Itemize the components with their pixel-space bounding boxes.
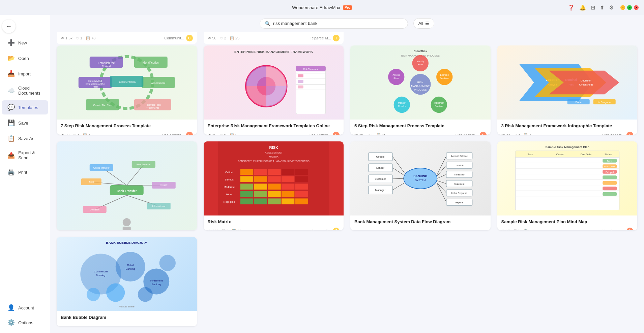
svg-rect-100 bbox=[268, 169, 281, 175]
sidebar-item-export[interactable]: 📤 Export & Send bbox=[2, 147, 48, 164]
svg-text:Done: Done bbox=[575, 101, 581, 104]
card-mindmap[interactable]: Bank Transfer Online Transfer Wire Trans… bbox=[57, 141, 197, 231]
svg-text:Banking: Banking bbox=[96, 274, 106, 277]
cards-grid: Establish the Context Identification Ass… bbox=[50, 45, 644, 333]
card-info-enterprise: Enterprise Risk Management Framework Tem… bbox=[204, 120, 344, 135]
svg-text:In Progress: In Progress bbox=[604, 165, 615, 168]
svg-text:Create The Plan: Create The Plan bbox=[93, 104, 112, 107]
svg-point-183 bbox=[116, 252, 145, 281]
sidebar-item-import[interactable]: 📥 Import bbox=[2, 67, 48, 81]
svg-rect-120 bbox=[268, 198, 281, 204]
svg-text:MANAGEMENT: MANAGEMENT bbox=[411, 85, 430, 88]
search-bar: 🔍 bbox=[260, 19, 408, 29]
sidebar-item-open[interactable]: 📂 Open bbox=[2, 51, 48, 65]
svg-text:Solutions: Solutions bbox=[440, 77, 449, 79]
svg-rect-118 bbox=[240, 198, 253, 204]
window-controls: ❓ 🔔 ⊞ ⬆ ⚙ － ⤢ ✕ bbox=[568, 4, 639, 11]
svg-text:Solution: Solution bbox=[435, 105, 443, 107]
svg-rect-102 bbox=[295, 169, 308, 175]
svg-text:Review And: Review And bbox=[88, 79, 102, 82]
filter-button[interactable]: All ☰ bbox=[413, 18, 434, 29]
svg-text:Retail: Retail bbox=[127, 264, 134, 267]
svg-text:Investment: Investment bbox=[150, 279, 163, 282]
svg-text:Risks: Risks bbox=[393, 77, 399, 79]
sidebar-item-new[interactable]: ➕ New bbox=[2, 36, 48, 50]
sidebar-label-account: Account bbox=[18, 305, 34, 310]
card-thumbnail-5step: ClearRisk RISK MANAGEMENT PROCESS RISK M… bbox=[350, 45, 491, 120]
sidebar-item-saveas[interactable]: 📋 Save As bbox=[2, 131, 48, 145]
sidebar-item-save[interactable]: 💾 Save bbox=[2, 116, 48, 130]
svg-point-188 bbox=[159, 255, 176, 271]
svg-text:ASSESSMENT: ASSESSMENT bbox=[265, 151, 283, 154]
notification-icon[interactable]: 🔔 bbox=[579, 4, 586, 11]
share-icon[interactable]: ⬆ bbox=[600, 4, 604, 11]
sidebar-item-print[interactable]: 🖨️ Print bbox=[2, 165, 48, 179]
stat-likes-matrix: ♡ 3 bbox=[222, 229, 228, 230]
sidebar-label-save: Save bbox=[18, 121, 28, 126]
svg-rect-106 bbox=[281, 176, 294, 182]
author-name-7step: Lisa Anders... bbox=[162, 133, 184, 134]
new-icon: ➕ bbox=[7, 39, 15, 46]
grid-icon[interactable]: ⊞ bbox=[591, 4, 595, 11]
close-button[interactable]: ✕ bbox=[634, 5, 639, 10]
card-info-3risk: 3 Risk Management Framework Infographic … bbox=[497, 120, 638, 135]
svg-line-152 bbox=[437, 174, 446, 178]
stat-copies-matrix: 📋 83 bbox=[232, 229, 241, 230]
sidebar: ← ➕ New 📂 Open 📥 Import ☁️ Cloud Documen… bbox=[0, 15, 50, 333]
sidebar-item-account[interactable]: 👤 Account bbox=[2, 301, 48, 315]
svg-text:SYSTEM: SYSTEM bbox=[415, 178, 426, 181]
card-7step[interactable]: Establish the Context Identification Ass… bbox=[57, 45, 197, 135]
card-enterprise[interactable]: ENTERPRISE RISK MANAGEMENT FRAMEWORK Ris… bbox=[204, 45, 344, 135]
search-input[interactable] bbox=[273, 21, 403, 26]
svg-text:Delayed: Delayed bbox=[606, 171, 614, 173]
stat-copies-partial: 📋 73 bbox=[86, 36, 95, 40]
help-icon[interactable]: ❓ bbox=[568, 4, 575, 11]
sidebar-item-cloud[interactable]: ☁️ Cloud Documents bbox=[2, 82, 48, 99]
stat-likes-partial: ♡ 1 bbox=[76, 36, 82, 40]
sidebar-label-options: Options bbox=[18, 320, 33, 325]
cloud-icon: ☁️ bbox=[7, 87, 15, 94]
stat-likes-5step: ♡ 1 bbox=[367, 133, 373, 135]
settings-icon[interactable]: ⚙ bbox=[609, 4, 614, 11]
svg-rect-122 bbox=[295, 198, 308, 204]
svg-text:SWIFT: SWIFT bbox=[160, 184, 168, 187]
card-bank-system[interactable]: BANKING SYSTEM Google Lander Customer Ma… bbox=[350, 141, 491, 231]
card-bubble[interactable]: BANK BUBBLE DIAGRAM Commercial Banking R… bbox=[57, 237, 197, 326]
svg-text:Implementation: Implementation bbox=[118, 80, 136, 84]
search-container: 🔍 All ☰ bbox=[50, 15, 644, 32]
author-name-sample: Lisa Anders... bbox=[602, 229, 625, 230]
card-3risk[interactable]: Location Analysis Nominal Risk Deviation… bbox=[497, 45, 638, 135]
svg-text:Checksheet: Checksheet bbox=[579, 83, 593, 86]
stat-copies-7step: 📋 17 bbox=[83, 133, 92, 135]
svg-text:Commercial: Commercial bbox=[94, 270, 108, 273]
stat-views-partial: 👁 1.6k bbox=[61, 36, 72, 40]
sidebar-item-options[interactable]: ⚙️ Options bbox=[2, 315, 48, 330]
card-matrix[interactable]: RISK ASSESSMENT MATRIX CONSIDER THE LIKE… bbox=[204, 141, 344, 231]
pro-badge: Pro bbox=[343, 5, 352, 10]
svg-point-86 bbox=[123, 218, 131, 226]
svg-rect-112 bbox=[295, 184, 308, 190]
svg-text:Negligible: Negligible bbox=[223, 200, 235, 203]
svg-text:Identification: Identification bbox=[143, 61, 159, 64]
svg-text:PROCESS: PROCESS bbox=[414, 88, 427, 91]
svg-rect-117 bbox=[295, 191, 308, 197]
svg-text:List of Requests: List of Requests bbox=[451, 192, 468, 195]
card-thumbnail-bank-system: BANKING SYSTEM Google Lander Customer Ma… bbox=[350, 141, 491, 215]
svg-text:Reports: Reports bbox=[456, 201, 464, 204]
card-meta-3risk: 👁 22 ♡ 2 📋 7 Lisa Anders... L bbox=[501, 132, 634, 134]
svg-rect-99 bbox=[254, 169, 267, 175]
svg-rect-87 bbox=[123, 227, 131, 231]
card-5step[interactable]: ClearRisk RISK MANAGEMENT PROCESS RISK M… bbox=[350, 45, 491, 135]
stat-copies-5step: 📋 20 bbox=[376, 133, 386, 135]
back-button[interactable]: ← bbox=[2, 20, 16, 33]
card-sample[interactable]: Sample Task Management Plan Task Owner D… bbox=[497, 141, 638, 231]
stat-views-partial2: 👁 56 bbox=[208, 36, 216, 40]
card-thumbnail-sample: Sample Task Management Plan Task Owner D… bbox=[497, 141, 638, 215]
options-icon: ⚙️ bbox=[7, 319, 15, 326]
sidebar-item-templates[interactable]: 💬 Templates bbox=[2, 100, 48, 114]
svg-text:Google: Google bbox=[376, 155, 385, 158]
minimize-button[interactable]: － bbox=[620, 5, 625, 10]
card-title-7step: 7 Step Risk Management Process Template bbox=[61, 123, 193, 129]
card-info-sample: Sample Risk Management Plan Mind Map 👁 1… bbox=[497, 215, 638, 231]
restore-button[interactable]: ⤢ bbox=[627, 5, 632, 10]
